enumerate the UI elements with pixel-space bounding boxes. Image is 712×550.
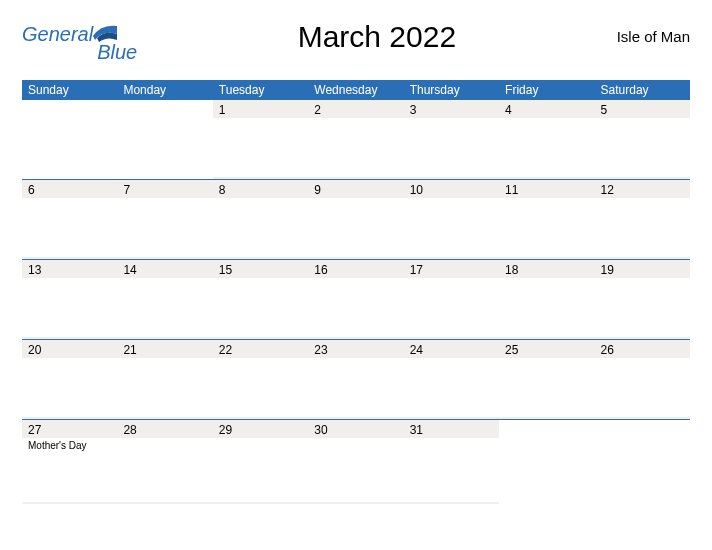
day-body — [595, 438, 690, 502]
day-cell: 4 — [499, 100, 594, 179]
day-cell: 22 — [213, 340, 308, 419]
day-body — [308, 278, 403, 337]
day-body — [117, 438, 212, 502]
day-cell: 8 — [213, 180, 308, 259]
day-cell: 6 — [22, 180, 117, 259]
dow-friday: Friday — [499, 80, 594, 100]
day-of-week-header: Sunday Monday Tuesday Wednesday Thursday… — [22, 80, 690, 100]
day-number: 30 — [308, 422, 403, 438]
day-cell: 15 — [213, 260, 308, 339]
day-number: 23 — [308, 342, 403, 358]
day-number: 27 — [22, 422, 117, 438]
day-cell: 27Mother's Day — [22, 420, 117, 504]
logo-swoosh-icon — [93, 24, 117, 42]
dow-wednesday: Wednesday — [308, 80, 403, 100]
day-body — [117, 358, 212, 417]
day-number: 13 — [22, 262, 117, 278]
day-number: 22 — [213, 342, 308, 358]
day-cell: 13 — [22, 260, 117, 339]
day-body — [308, 358, 403, 417]
calendar-body: 1234567891011121314151617181920212223242… — [22, 100, 690, 504]
day-cell: 23 — [308, 340, 403, 419]
day-cell: 3 — [404, 100, 499, 179]
day-cell: 29 — [213, 420, 308, 504]
day-body — [404, 438, 499, 502]
day-number: 20 — [22, 342, 117, 358]
day-number: 17 — [404, 262, 499, 278]
week-row: 20212223242526 — [22, 340, 690, 420]
day-cell: 11 — [499, 180, 594, 259]
day-cell: 12 — [595, 180, 690, 259]
day-body — [117, 198, 212, 257]
day-body — [499, 118, 594, 177]
day-number — [595, 422, 690, 438]
day-number: 3 — [404, 102, 499, 118]
day-cell: 26 — [595, 340, 690, 419]
week-row: 6789101112 — [22, 180, 690, 260]
day-number: 2 — [308, 102, 403, 118]
day-body — [117, 118, 212, 177]
day-cell — [595, 420, 690, 504]
day-body — [213, 198, 308, 257]
day-number: 14 — [117, 262, 212, 278]
dow-sunday: Sunday — [22, 80, 117, 100]
day-cell: 7 — [117, 180, 212, 259]
day-number: 16 — [308, 262, 403, 278]
page-title: March 2022 — [137, 18, 616, 54]
day-cell: 10 — [404, 180, 499, 259]
day-body — [22, 358, 117, 417]
day-number: 28 — [117, 422, 212, 438]
day-body — [308, 438, 403, 502]
day-cell — [499, 420, 594, 504]
day-body — [213, 278, 308, 337]
day-cell: 28 — [117, 420, 212, 504]
day-number: 24 — [404, 342, 499, 358]
week-row: 13141516171819 — [22, 260, 690, 340]
day-body — [22, 118, 117, 177]
dow-thursday: Thursday — [404, 80, 499, 100]
day-cell: 21 — [117, 340, 212, 419]
day-number: 19 — [595, 262, 690, 278]
day-number — [22, 102, 117, 118]
day-body — [404, 118, 499, 177]
day-body — [22, 198, 117, 257]
day-body — [499, 438, 594, 502]
day-cell: 19 — [595, 260, 690, 339]
day-body — [595, 118, 690, 177]
day-number: 31 — [404, 422, 499, 438]
day-number — [499, 422, 594, 438]
day-cell: 14 — [117, 260, 212, 339]
day-body — [213, 118, 308, 177]
day-number: 5 — [595, 102, 690, 118]
day-cell: 2 — [308, 100, 403, 179]
day-cell: 31 — [404, 420, 499, 504]
day-body — [595, 198, 690, 257]
logo-word-2: Blue — [97, 42, 137, 62]
day-body — [308, 118, 403, 177]
day-number: 9 — [308, 182, 403, 198]
dow-tuesday: Tuesday — [213, 80, 308, 100]
day-cell: 1 — [213, 100, 308, 179]
day-cell: 16 — [308, 260, 403, 339]
day-cell: 24 — [404, 340, 499, 419]
day-number: 11 — [499, 182, 594, 198]
region-label: Isle of Man — [617, 18, 690, 45]
dow-monday: Monday — [117, 80, 212, 100]
day-body — [22, 278, 117, 337]
day-number: 8 — [213, 182, 308, 198]
day-cell — [22, 100, 117, 179]
day-number: 25 — [499, 342, 594, 358]
day-cell: 17 — [404, 260, 499, 339]
day-body — [404, 278, 499, 337]
day-cell — [117, 100, 212, 179]
day-body — [308, 198, 403, 257]
day-number: 6 — [22, 182, 117, 198]
day-number: 10 — [404, 182, 499, 198]
day-number — [117, 102, 212, 118]
day-number: 26 — [595, 342, 690, 358]
header: General Blue March 2022 Isle of Man — [22, 18, 690, 62]
day-body — [595, 358, 690, 417]
logo-word-1: General — [22, 24, 93, 44]
day-cell: 20 — [22, 340, 117, 419]
day-body: Mother's Day — [22, 438, 117, 502]
